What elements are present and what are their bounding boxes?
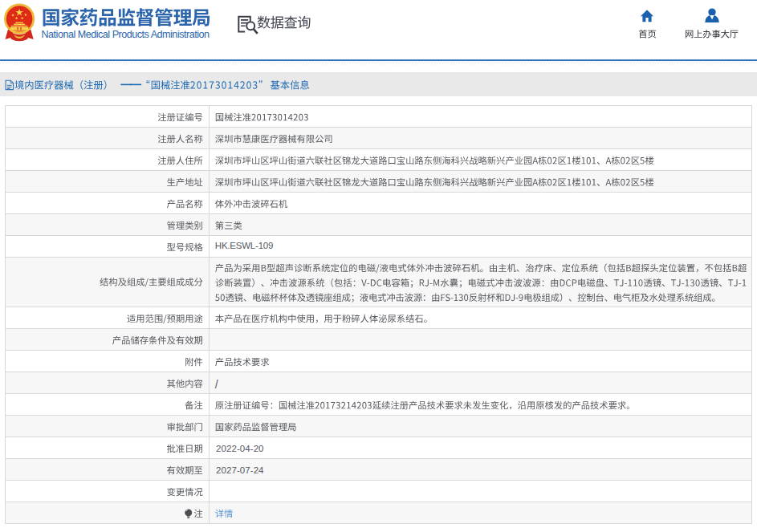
- svg-text:2022-04-20: 2022-04-20: [216, 444, 264, 453]
- svg-text:2027-07-24: 2027-07-24: [216, 465, 264, 475]
- svg-text:HK.ESWL-109: HK.ESWL-109: [215, 241, 274, 250]
- svg-text:National Medical Products Admi: National Medical Products Administration: [42, 29, 210, 40]
- svg-text:/: /: [215, 378, 218, 391]
